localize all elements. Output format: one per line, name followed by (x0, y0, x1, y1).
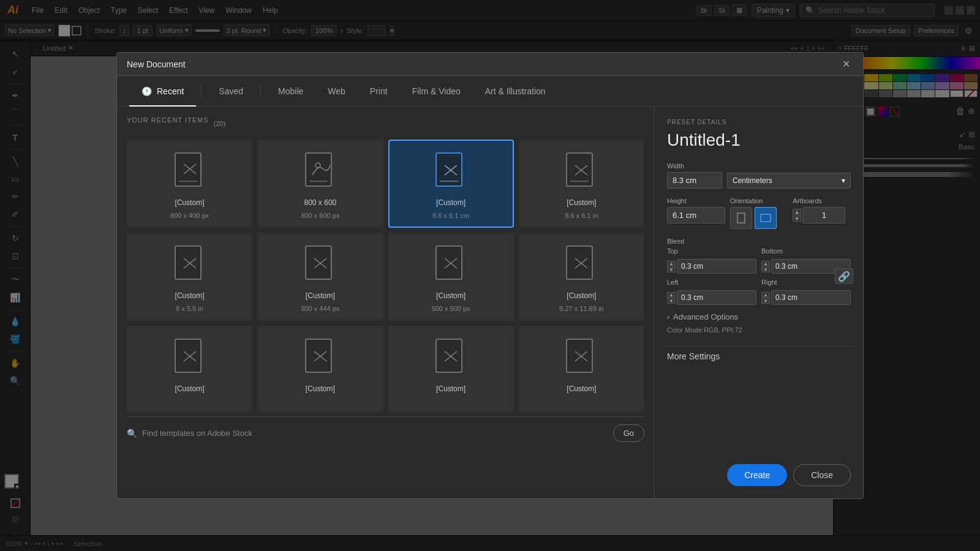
template-icon-8 (172, 337, 208, 380)
bleed-right-input[interactable] (771, 290, 851, 305)
preset-name[interactable]: Untitled-1 (667, 130, 851, 150)
width-label: Width (667, 162, 851, 170)
bleed-bottom-down[interactable]: ▼ (761, 267, 770, 272)
svg-rect-36 (567, 339, 592, 372)
preset-details: PRESET DETAILS Untitled-1 Width Centimet… (655, 107, 863, 498)
template-icon-7 (563, 244, 600, 287)
bleed-top-up[interactable]: ▲ (667, 261, 676, 266)
template-card-8[interactable]: [Custom] (127, 326, 252, 411)
landscape-btn[interactable] (755, 207, 777, 229)
template-search: 🔍 Find templates on Adobe Stock Go (127, 416, 644, 442)
bleed-top-input[interactable] (677, 259, 756, 274)
bleed-top-field: Top ▲ ▼ (667, 247, 756, 274)
preset-details-label: PRESET DETAILS (667, 119, 851, 126)
bleed-grid: Top ▲ ▼ Bottom (667, 247, 851, 305)
template-size-2: 8.6 x 6.1 cm (432, 212, 469, 219)
template-name-4: [Custom] (175, 291, 205, 300)
bleed-top-input-row: ▲ ▼ (667, 259, 756, 274)
tab-saved[interactable]: Saved (206, 76, 255, 107)
clock-icon: 🕐 (141, 86, 152, 96)
tab-print[interactable]: Print (358, 76, 400, 107)
tab-recent[interactable]: 🕐 Recent (129, 76, 196, 107)
svg-rect-24 (567, 246, 592, 279)
svg-rect-27 (175, 339, 201, 372)
svg-rect-39 (737, 213, 745, 223)
template-icon-4 (172, 244, 208, 287)
tab-web[interactable]: Web (315, 76, 358, 107)
unit-dropdown[interactable]: Centimeters ▾ (727, 173, 851, 189)
artboards-down[interactable]: ▼ (793, 216, 801, 222)
svg-rect-40 (761, 214, 771, 222)
tab-film-video[interactable]: Film & Video (400, 76, 473, 107)
template-card-7[interactable]: [Custom] 8.27 x 11.69 in (519, 233, 644, 321)
template-icon-11 (563, 337, 600, 380)
template-card-5[interactable]: [Custom] 800 x 444 px (257, 233, 383, 321)
advanced-options-toggle[interactable]: › Advanced Options (667, 312, 851, 321)
bleed-left-stepper[interactable]: ▲ ▼ (667, 292, 676, 304)
bleed-right-up[interactable]: ▲ (761, 292, 770, 298)
template-card-3[interactable]: [Custom] 8.6 x 6.1 in (519, 140, 644, 228)
go-button[interactable]: Go (613, 424, 644, 442)
template-card-9[interactable]: [Custom] (257, 326, 383, 411)
close-dialog-button[interactable]: Close (793, 464, 851, 486)
recent-items-count: (20) (214, 120, 226, 127)
template-size-6: 500 x 500 px (432, 305, 470, 312)
tab-art-illustration[interactable]: Art & Illustration (473, 76, 558, 107)
bleed-bottom-up[interactable]: ▲ (761, 261, 770, 266)
bleed-left-down[interactable]: ▼ (667, 298, 676, 304)
template-card-6[interactable]: [Custom] 500 x 500 px (388, 233, 514, 321)
bleed-top-label: Top (667, 247, 756, 255)
bleed-left-up[interactable]: ▲ (667, 292, 676, 298)
bleed-right-down[interactable]: ▼ (761, 298, 770, 304)
search-placeholder: Find templates on Adobe Stock (142, 429, 252, 438)
template-icon-1 (302, 151, 339, 193)
template-size-0: 800 x 400 px (170, 212, 209, 219)
artboards-value[interactable] (802, 207, 845, 223)
create-button[interactable]: Create (727, 464, 787, 486)
template-name-0: [Custom] (175, 198, 205, 207)
template-name-10: [Custom] (436, 384, 466, 393)
bleed-bottom-label: Bottom (761, 247, 851, 255)
link-bleed-icon[interactable]: 🔗 (835, 269, 853, 284)
template-icon-9 (302, 337, 339, 380)
height-orient-art-row: Height Orientation (667, 197, 851, 229)
templates-grid: [Custom] 800 x 400 px (127, 140, 644, 411)
template-icon-5 (302, 244, 339, 287)
portrait-btn[interactable] (730, 207, 752, 229)
dialog-footer: Create Close (667, 454, 851, 486)
artboards-input-row: ▲ ▼ (793, 207, 851, 223)
template-card-10[interactable]: [Custom] (388, 326, 514, 411)
template-name-9: [Custom] (306, 384, 335, 393)
template-size-1: 800 x 600 px (301, 212, 339, 219)
color-mode-info: Color Mode:RGB, PPI:72 (667, 326, 851, 334)
template-size-7: 8.27 x 11.69 in (559, 305, 603, 312)
bleed-left-input-row: ▲ ▼ (667, 290, 756, 305)
template-size-5: 800 x 444 px (301, 305, 339, 312)
template-name-5: [Custom] (306, 291, 335, 300)
bleed-top-down[interactable]: ▼ (667, 267, 676, 272)
height-label: Height (667, 197, 725, 204)
bleed-right-stepper[interactable]: ▲ ▼ (761, 292, 770, 304)
dialog-close-btn[interactable]: ✕ (839, 57, 853, 72)
height-input[interactable] (667, 207, 725, 223)
template-card-11[interactable]: [Custom] (519, 326, 644, 411)
artboards-stepper[interactable]: ▲ ▼ (793, 209, 801, 222)
template-card-4[interactable]: [Custom] 8 x 5.5 in (127, 233, 252, 321)
more-settings-link[interactable]: More Settings (667, 346, 851, 366)
template-card-1[interactable]: 800 x 600 800 x 600 px (257, 140, 383, 228)
orientation-label: Orientation (730, 197, 788, 204)
bleed-bottom-stepper[interactable]: ▲ ▼ (761, 261, 770, 272)
search-input-wrapper: 🔍 Find templates on Adobe Stock (127, 429, 608, 438)
template-icon-10 (432, 337, 469, 380)
bleed-top-stepper[interactable]: ▲ ▼ (667, 261, 676, 272)
width-input[interactable] (667, 172, 722, 189)
template-card-2[interactable]: [Custom] 8.6 x 6.1 cm (388, 140, 514, 228)
template-card-0[interactable]: [Custom] 800 x 400 px (127, 140, 252, 228)
bleed-left-input[interactable] (677, 290, 756, 305)
template-icon-3 (563, 151, 600, 193)
tab-mobile[interactable]: Mobile (266, 76, 315, 107)
dialog-body: YOUR RECENT ITEMS (20) (117, 107, 863, 498)
artboards-up[interactable]: ▲ (793, 209, 801, 215)
template-size-3: 8.6 x 6.1 in (565, 212, 598, 219)
bleed-section: Top ▲ ▼ Bottom (667, 247, 851, 305)
